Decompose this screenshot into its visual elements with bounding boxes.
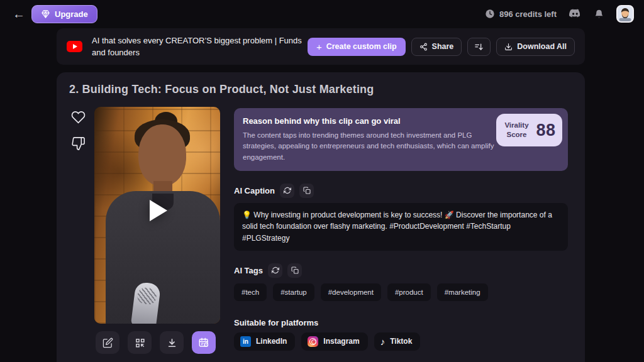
ai-tags-label: AI Tags <box>234 266 263 275</box>
virality-reason-box: Reason behind why this clip can go viral… <box>234 108 568 171</box>
ai-caption-header: AI Caption <box>234 184 568 198</box>
linkedin-icon: in <box>240 336 251 347</box>
vote-column <box>70 110 86 151</box>
sort-button[interactable] <box>467 38 491 56</box>
clip-heading: 2. Building Tech: Focus on Product, Not … <box>69 83 374 96</box>
edit-clip-button[interactable] <box>96 331 119 354</box>
calendar-schedule-icon <box>198 337 209 348</box>
regenerate-caption-button[interactable] <box>280 184 294 198</box>
platform-linkedin-label: LinkedIn <box>256 337 287 346</box>
tag-chip[interactable]: #product <box>387 283 431 301</box>
virality-score-value: 88 <box>536 121 555 140</box>
virality-description: The content taps into trending themes ar… <box>243 130 494 163</box>
tag-chip[interactable]: #startup <box>273 283 314 301</box>
dislike-thumbs-down-button[interactable] <box>70 136 86 151</box>
play-icon[interactable] <box>150 200 167 221</box>
share-label: Share <box>432 42 454 51</box>
copy-tags-button[interactable] <box>287 263 302 278</box>
platforms-header: Suitable for platforms <box>234 318 568 327</box>
copy-caption-button[interactable] <box>299 184 314 198</box>
ai-tags-header: AI Tags <box>234 263 568 278</box>
back-button[interactable]: ← <box>10 5 28 23</box>
discord-icon[interactable] <box>569 9 582 19</box>
person-face <box>138 124 186 186</box>
upgrade-label: Upgrade <box>55 9 88 19</box>
platform-tiktok-button[interactable]: ♪ Tiktok <box>374 332 421 351</box>
platforms-row: in LinkedIn Instagram ♪ Tiktok <box>234 332 568 351</box>
download-all-label: Download All <box>517 42 567 51</box>
qr-code-button[interactable] <box>128 331 152 354</box>
platform-instagram-label: Instagram <box>323 337 359 346</box>
video-header-bar: AI that solves every CREATOR’S biggest p… <box>57 28 585 65</box>
download-all-button[interactable]: Download All <box>496 38 575 56</box>
tiktok-icon: ♪ <box>380 337 386 346</box>
virality-score-badge: Virality Score 88 <box>496 114 562 146</box>
credits-text: 896 credits left <box>499 9 557 19</box>
download-clip-button[interactable] <box>160 331 184 354</box>
credits-indicator: 896 credits left <box>485 9 557 19</box>
platform-linkedin-button[interactable]: in LinkedIn <box>234 332 295 351</box>
tag-chip[interactable]: #marketing <box>437 283 488 301</box>
youtube-icon <box>67 41 82 52</box>
clip-details-column: Reason behind why this clip can go viral… <box>234 108 568 351</box>
upgrade-button[interactable]: Upgrade <box>31 5 97 23</box>
like-heart-button[interactable] <box>70 110 86 124</box>
share-button[interactable]: Share <box>411 38 462 56</box>
create-custom-clip-button[interactable]: + Create custom clip <box>308 38 406 56</box>
tag-chip[interactable]: #tech <box>234 283 267 301</box>
edit-pencil-icon <box>103 337 113 348</box>
regenerate-tags-button[interactable] <box>268 263 282 278</box>
plus-icon: + <box>316 42 322 52</box>
video-thumbnail[interactable] <box>94 107 220 324</box>
gem-icon <box>41 9 50 19</box>
virality-score-label: Virality Score <box>502 121 530 140</box>
ai-tags-row: #tech #startup #development #product #ma… <box>234 283 568 301</box>
download-icon <box>504 43 513 51</box>
platforms-label: Suitable for platforms <box>234 318 318 327</box>
ai-caption-text[interactable]: 💡 Why investing in product development i… <box>234 203 568 251</box>
sort-descending-icon <box>474 42 484 52</box>
share-icon <box>419 43 428 51</box>
download-icon <box>167 337 177 348</box>
video-title: AI that solves every CREATOR’S biggest p… <box>92 35 308 59</box>
clip-action-row <box>96 331 216 354</box>
platform-instagram-button[interactable]: Instagram <box>301 332 367 351</box>
instagram-icon <box>308 336 318 347</box>
notifications-bell-icon[interactable] <box>594 8 604 19</box>
top-bar: ← Upgrade 896 credits left <box>0 0 644 28</box>
clip-card: 2. Building Tech: Focus on Product, Not … <box>57 72 585 362</box>
ai-caption-label: AI Caption <box>234 186 275 195</box>
clock-icon <box>485 9 495 19</box>
video-header-actions: + Create custom clip Share Download All <box>308 38 575 56</box>
schedule-clip-button[interactable] <box>192 331 216 354</box>
qr-code-icon <box>135 337 145 348</box>
tag-chip[interactable]: #development <box>321 283 381 301</box>
user-avatar[interactable] <box>616 5 634 23</box>
platform-tiktok-label: Tiktok <box>390 337 412 346</box>
topbar-right: 896 credits left <box>485 5 634 23</box>
create-custom-clip-label: Create custom clip <box>326 42 397 51</box>
